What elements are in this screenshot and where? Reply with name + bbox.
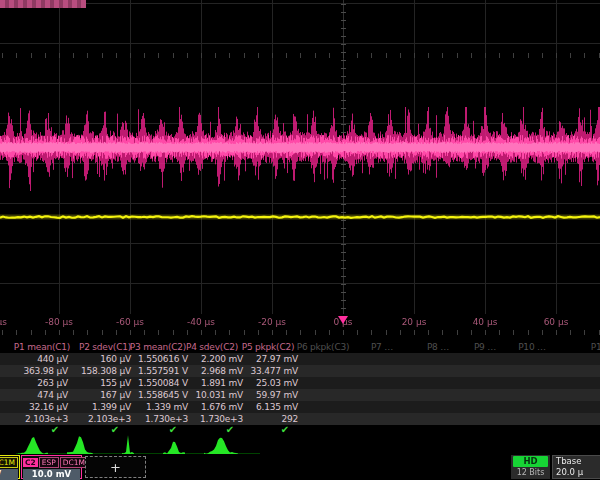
measurement-value: 2.103e+3 bbox=[67, 413, 131, 425]
param-header-inactive[interactable]: P8 … bbox=[427, 341, 449, 353]
channel-c1-descriptor[interactable]: DC1M 0 mV bbox=[0, 455, 20, 479]
trigger-position-marker[interactable] bbox=[338, 316, 348, 324]
c2-channel-label: C2 bbox=[23, 458, 38, 467]
param-header-inactive[interactable]: P7 … bbox=[371, 341, 393, 353]
axis-tick-label: 40 µs bbox=[473, 317, 498, 327]
param-header-1[interactable]: P1 mean(C1) bbox=[14, 341, 70, 353]
hd-bits-label: 12 Bits bbox=[511, 467, 550, 478]
measurement-value: 167 µV bbox=[67, 389, 131, 401]
hd-badge: HD bbox=[513, 456, 548, 467]
measurement-value: 6.135 mV bbox=[234, 401, 298, 413]
timebase-per-div: 20.0 µ bbox=[556, 467, 600, 478]
c1-coupling-tag: DC1M bbox=[0, 457, 18, 468]
param-header-4[interactable]: P4 sdev(C2) bbox=[186, 341, 238, 353]
c2-esp-tag: ESP bbox=[39, 457, 59, 468]
measurement-value: 440 µV bbox=[4, 353, 68, 365]
param-header-inactive[interactable]: P11 bbox=[591, 341, 600, 353]
cropped-menu-fragment bbox=[0, 0, 86, 8]
measurement-value: 263 µV bbox=[4, 377, 68, 389]
param-header-inactive[interactable]: P6 pkpk(C3) bbox=[297, 341, 350, 353]
c2-volts-per-div: 10.0 mV bbox=[23, 469, 80, 480]
measurement-value: 32.16 µV bbox=[4, 401, 68, 413]
timebase-label: Tbase bbox=[556, 456, 600, 467]
waveform-grid-canvas[interactable] bbox=[0, 0, 600, 340]
measurement-value: 33.477 mV bbox=[234, 365, 298, 377]
axis-tick-label: -80 µs bbox=[45, 317, 73, 327]
param-header-2[interactable]: P2 sdev(C1) bbox=[79, 341, 131, 353]
measurement-value: 25.03 mV bbox=[234, 377, 298, 389]
add-trace-button[interactable]: + bbox=[85, 456, 146, 478]
c2-coupling-tag: DC1M bbox=[60, 457, 88, 468]
timebase-descriptor[interactable]: Tbase 20.0 µ bbox=[552, 455, 600, 479]
axis-tick-label: -100 µs bbox=[0, 317, 7, 327]
param-header-inactive[interactable]: P9 … bbox=[474, 341, 496, 353]
param-header-5[interactable]: P5 pkpk(C2) bbox=[242, 341, 295, 353]
channel-c2-descriptor[interactable]: C2 ESP DC1M 10.0 mV bbox=[21, 455, 82, 479]
axis-tick-label: -60 µs bbox=[116, 317, 144, 327]
param-header-inactive[interactable]: P10 … bbox=[518, 341, 546, 353]
hd-mode-tile[interactable]: HD 12 Bits bbox=[511, 455, 550, 479]
axis-tick-label: -20 µs bbox=[258, 317, 286, 327]
axis-tick-label: -40 µs bbox=[187, 317, 215, 327]
measurement-value: 158.308 µV bbox=[67, 365, 131, 377]
measurement-value: 160 µV bbox=[67, 353, 131, 365]
axis-tick-label: 60 µs bbox=[544, 317, 569, 327]
measurement-value: 27.97 mV bbox=[234, 353, 298, 365]
measurement-value: 155 µV bbox=[67, 377, 131, 389]
measurement-value: 59.97 mV bbox=[234, 389, 298, 401]
param-header-3[interactable]: P3 mean(C2) bbox=[130, 341, 186, 353]
oscilloscope-screen: -100 µs-80 µs-60 µs-40 µs-20 µs0 µs20 µs… bbox=[0, 0, 600, 480]
measurement-value: 363.98 µV bbox=[4, 365, 68, 377]
measurement-value: 1.399 µV bbox=[67, 401, 131, 413]
c1-volts-per-div: 0 mV bbox=[0, 469, 18, 480]
measurement-value: 474 µV bbox=[4, 389, 68, 401]
axis-tick-label: 20 µs bbox=[402, 317, 427, 327]
